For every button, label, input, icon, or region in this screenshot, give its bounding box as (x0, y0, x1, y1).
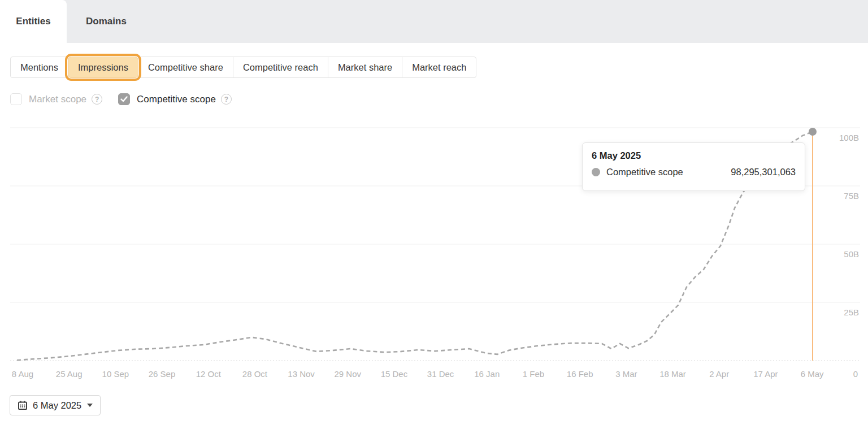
tooltip-date: 6 May 2025 (592, 150, 796, 161)
metric-button-mentions[interactable]: Mentions (10, 57, 68, 78)
x-axis-tick: 16 Jan (474, 369, 500, 379)
competitive-scope-checkbox[interactable] (118, 93, 130, 105)
x-axis-tick: 31 Dec (427, 369, 454, 379)
y-axis-zero-label: 0 (853, 369, 858, 379)
y-axis-tick: 50B (844, 249, 859, 259)
x-axis-tick: 3 Mar (615, 369, 637, 379)
x-axis-tick: 12 Oct (196, 369, 222, 379)
x-axis-tick: 26 Sep (149, 369, 176, 379)
market-scope-checkbox-item[interactable]: Market scope ? (10, 93, 102, 105)
tab-domains-label: Domains (86, 16, 127, 27)
x-axis-tick: 1 Feb (523, 369, 544, 379)
market-scope-label: Market scope (29, 94, 86, 105)
y-axis-tick: 75B (844, 191, 859, 201)
x-axis-tick: 17 Apr (753, 369, 778, 379)
x-axis-tick: 2 Apr (709, 369, 729, 379)
date-picker-label: 6 May 2025 (33, 400, 81, 411)
metric-button-market-reach[interactable]: Market reach (402, 57, 476, 78)
metric-button-competitive-share[interactable]: Competitive share (138, 57, 233, 78)
scope-filter-row: Market scope ? Competitive scope ? (10, 93, 232, 105)
series-dot-icon (592, 168, 600, 176)
tooltip-value: 98,295,301,063 (731, 167, 796, 177)
tab-domains[interactable]: Domains (67, 0, 146, 43)
tooltip-series-label: Competitive scope (606, 167, 683, 177)
x-axis-tick: 13 Nov (288, 369, 315, 379)
x-axis-tick: 8 Aug (12, 369, 33, 379)
question-circle-icon[interactable]: ? (92, 94, 102, 105)
x-axis-tick: 6 May (801, 369, 824, 379)
x-axis-tick: 15 Dec (381, 369, 408, 379)
calendar-icon (18, 400, 28, 410)
tab-entities[interactable]: Entities (0, 0, 67, 43)
date-picker-button[interactable]: 6 May 2025 (10, 395, 101, 415)
x-axis-tick: 28 Oct (242, 369, 268, 379)
competitive-scope-label: Competitive scope (137, 94, 216, 105)
y-axis-tick: 100B (839, 133, 859, 142)
metric-button-competitive-reach[interactable]: Competitive reach (233, 57, 328, 78)
selected-point-marker (809, 128, 817, 136)
checkmark-icon (120, 96, 128, 102)
metric-button-market-share[interactable]: Market share (328, 57, 402, 78)
x-axis-tick: 25 Aug (56, 369, 83, 379)
metric-button-impressions[interactable]: Impressions (68, 57, 138, 78)
competitive-scope-checkbox-item[interactable]: Competitive scope ? (118, 93, 232, 105)
x-axis-tick: 18 Mar (659, 369, 686, 379)
tab-entities-label: Entities (16, 16, 50, 27)
y-axis-tick: 25B (844, 307, 859, 317)
question-circle-icon[interactable]: ? (221, 94, 232, 105)
chevron-down-icon (87, 404, 93, 407)
tooltip-row: Competitive scope 98,295,301,063 (592, 167, 796, 177)
page: Entities Domains Mentions Impressions Co… (0, 0, 868, 429)
market-scope-checkbox[interactable] (10, 93, 22, 105)
x-axis-tick: 16 Feb (567, 369, 593, 379)
chart-tooltip: 6 May 2025 Competitive scope 98,295,301,… (582, 142, 805, 191)
metric-button-group: Mentions Impressions Competitive share C… (10, 57, 476, 78)
x-axis-tick: 10 Sep (102, 369, 129, 379)
x-axis-tick: 29 Nov (334, 369, 361, 379)
top-tab-bar: Entities Domains (0, 0, 868, 43)
